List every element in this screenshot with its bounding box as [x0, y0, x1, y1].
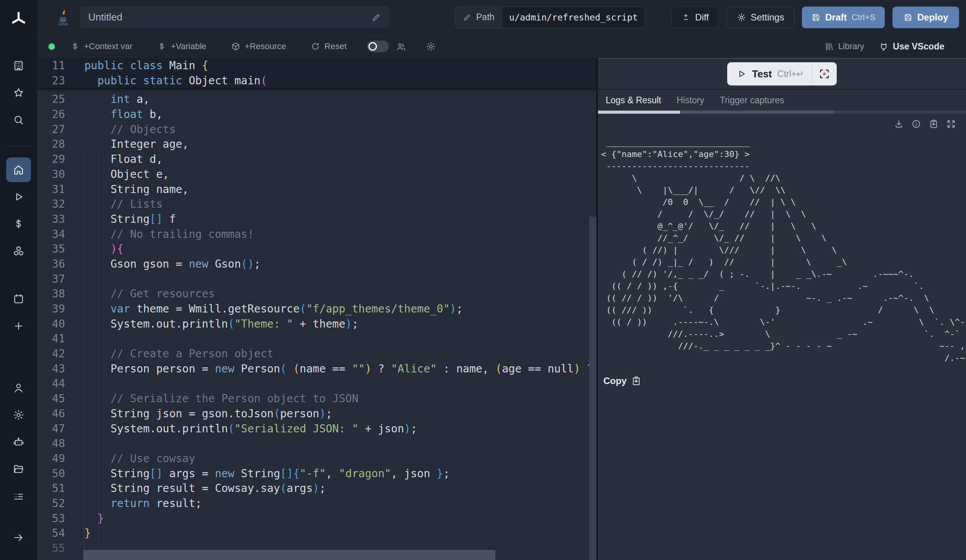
code-text[interactable]: ){ [84, 242, 123, 257]
sidebar-item-folders[interactable] [5, 456, 32, 483]
code-text[interactable]: // Create a Person object [84, 347, 274, 362]
draft-button[interactable]: Draft Ctrl+S [802, 7, 885, 28]
capture-run-button[interactable] [812, 68, 837, 80]
toolbar-reset[interactable]: Reset [311, 41, 346, 51]
settings-button[interactable]: Settings [726, 7, 795, 28]
sidebar-item-workers[interactable] [5, 429, 32, 456]
path-edit-button[interactable]: Path [455, 7, 502, 28]
code-text[interactable]: int a, [84, 92, 150, 107]
pencil-icon [463, 13, 471, 22]
toolbar-resource[interactable]: +Resource [231, 41, 286, 51]
code-text[interactable]: // Objects [84, 122, 176, 137]
line-number: 26 [37, 107, 65, 122]
sidebar-item-audit-logs[interactable] [5, 483, 32, 510]
sidebar-item-favorites[interactable] [5, 79, 32, 106]
code-text[interactable]: Integer age, [84, 137, 189, 152]
path-control[interactable]: Path u/admin/refreshed_script [455, 7, 645, 28]
toolbar-use-vscode[interactable]: Use VScode [879, 41, 944, 52]
panel-tabs: Logs & ResultHistoryTrigger captures [598, 90, 966, 111]
code-text[interactable]: Person person = new Person( (name == "")… [84, 362, 593, 377]
sidebar-item-resources[interactable] [5, 237, 32, 265]
code-text[interactable]: String[] args = new String[]{"-f", "drag… [84, 466, 450, 481]
line-number: 25 [37, 92, 65, 107]
toolbar-context-var[interactable]: +Context var [70, 41, 132, 51]
gear-icon [13, 409, 24, 421]
line-number: 38 [37, 287, 65, 302]
sidebar-item-instance-settings[interactable] [5, 401, 32, 429]
code-text[interactable]: public class Main { [84, 58, 208, 73]
code-text[interactable]: return result; [84, 496, 202, 511]
tab-trigger-captures[interactable]: Trigger captures [712, 95, 792, 106]
deploy-button[interactable]: Deploy [892, 7, 959, 28]
download-icon[interactable] [894, 119, 904, 129]
sidebar-item-search[interactable] [5, 106, 32, 133]
test-button[interactable]: Test Ctrl+↵ [727, 62, 837, 85]
line-number: 45 [37, 391, 65, 406]
indent-guide [98, 151, 98, 560]
code-text[interactable]: float b, [84, 107, 163, 122]
code-editor[interactable]: 11public class Main {23 public static Ob… [37, 58, 596, 560]
script-title-input[interactable]: Untitled [80, 7, 389, 28]
diff-button[interactable]: Diff [671, 7, 719, 28]
sidebar-item-variables[interactable] [5, 210, 32, 237]
logo-button[interactable] [10, 0, 27, 39]
expand-icon[interactable] [946, 119, 956, 129]
code-text[interactable]: // Lists [84, 197, 163, 212]
folder-icon [13, 463, 24, 475]
tabbar [598, 111, 966, 114]
code-text[interactable]: // Get resources [84, 287, 215, 302]
sidebar-item-runs[interactable] [5, 183, 32, 210]
sidebar-item-account[interactable] [5, 374, 32, 401]
code-line: 41 [37, 331, 596, 347]
tab-history[interactable]: History [669, 95, 712, 106]
save-icon [811, 13, 820, 22]
info-icon[interactable] [911, 119, 921, 129]
search-icon [13, 114, 24, 126]
code-text[interactable]: String name, [84, 182, 189, 197]
horizontal-scrollbar[interactable] [83, 550, 495, 560]
code-text[interactable]: Float d, [84, 152, 163, 167]
script-title: Untitled [88, 11, 122, 23]
tab-logs-result[interactable]: Logs & Result [598, 95, 669, 106]
users-icon[interactable] [396, 41, 406, 52]
sidebar-item-add[interactable] [5, 312, 32, 340]
code-text[interactable]: String result = Cowsay.say(args); [84, 481, 326, 496]
pencil-icon[interactable] [372, 13, 381, 22]
line-number: 30 [37, 167, 65, 182]
code-line: 30 Object e, [37, 167, 596, 182]
toolbar-library[interactable]: Library [824, 41, 864, 51]
clipboard-import-icon[interactable] [929, 119, 939, 129]
line-number: 34 [37, 227, 65, 242]
test-shortcut: Ctrl+↵ [778, 69, 804, 79]
sidebar-item-schedules[interactable] [5, 285, 32, 312]
code-text[interactable]: Object e, [84, 167, 169, 182]
gear-icon[interactable] [426, 41, 436, 52]
line-number: 41 [37, 331, 65, 347]
code-text[interactable]: Gson gson = new Gson(); [84, 257, 260, 272]
code-text[interactable]: System.out.println("Theme: " + theme); [84, 317, 358, 332]
line-number: 54 [37, 526, 65, 541]
line-number: 32 [37, 197, 65, 212]
diff-mode-toggle[interactable] [367, 41, 389, 52]
sidebar-item-home[interactable] [6, 157, 31, 182]
code-text[interactable]: } [84, 526, 91, 541]
code-text[interactable]: String json = gson.toJson(person); [84, 406, 332, 422]
path-label: Path [476, 12, 494, 22]
copy-result-button[interactable]: Copy [598, 364, 966, 386]
sidebar-item-collapse[interactable] [5, 524, 32, 551]
toolbar-variable[interactable]: +Variable [157, 41, 206, 51]
code-text[interactable]: // Serialize the Person object to JSON [84, 391, 358, 406]
code-text[interactable]: public static Object main( [84, 73, 267, 89]
line-number: 43 [37, 362, 65, 377]
sidebar-item-workspace[interactable] [5, 52, 32, 79]
vertical-scrollbar[interactable] [589, 217, 596, 560]
code-text[interactable]: // Use cowsay [84, 451, 195, 466]
code-text[interactable]: var theme = Wmill.getResource("f/app_the… [84, 302, 463, 317]
code-text[interactable]: System.out.println("Serialized JSON: " +… [84, 422, 417, 437]
dollar-icon [13, 218, 24, 230]
toolbar-label: +Variable [171, 41, 206, 51]
toolbar-label: Library [838, 41, 864, 51]
code-text[interactable]: } [84, 511, 104, 526]
code-text[interactable]: // No trailing commas! [84, 227, 254, 242]
toggle-knob [368, 42, 377, 51]
